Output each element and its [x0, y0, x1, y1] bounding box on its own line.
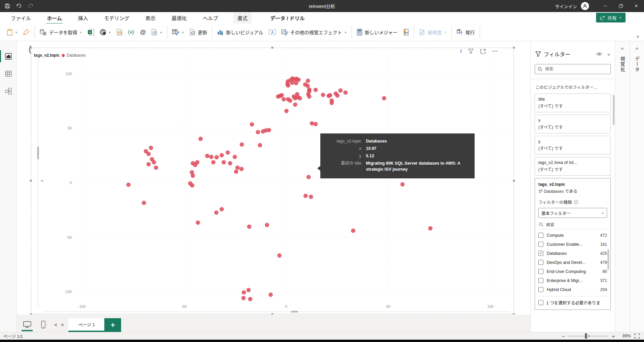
- scatter-point[interactable]: [222, 160, 226, 165]
- report-view-button[interactable]: [0, 49, 17, 64]
- filter-card[interactable]: tags_v2.Area of Int...(すべて) です: [535, 157, 611, 176]
- scatter-point[interactable]: [126, 182, 130, 187]
- scatter-point[interactable]: [225, 151, 230, 155]
- checkbox-icon[interactable]: [538, 269, 543, 274]
- scatter-point[interactable]: [258, 143, 262, 148]
- page-tab[interactable]: ページ 1: [68, 318, 104, 332]
- zoom-slider-thumb[interactable]: [585, 333, 587, 339]
- info-circle-icon[interactable]: [574, 200, 578, 204]
- scatter-point[interactable]: [228, 161, 232, 166]
- new-measure-button[interactable]: 新しいメジャー: [354, 26, 400, 38]
- ribbon-tab[interactable]: 書式: [233, 12, 252, 23]
- scatter-point[interactable]: [149, 146, 153, 150]
- ribbon-tab[interactable]: ファイル: [10, 12, 32, 23]
- model-view-button[interactable]: [0, 83, 17, 99]
- filter-value-row[interactable]: ✓Databases425: [538, 249, 607, 258]
- recent-sources-button[interactable]: ∨: [149, 26, 165, 38]
- scatter-point[interactable]: [265, 223, 269, 227]
- scatter-point[interactable]: [246, 288, 251, 292]
- scatter-point[interactable]: [195, 160, 200, 165]
- filter-card[interactable]: y(すべて) です: [535, 136, 611, 155]
- share-button[interactable]: 共有 ∨: [596, 13, 626, 22]
- scatter-point[interactable]: [247, 224, 251, 229]
- scatter-point[interactable]: [343, 90, 347, 95]
- ribbon-tab[interactable]: ヘルプ: [202, 12, 219, 23]
- checkbox-icon[interactable]: [538, 260, 543, 265]
- scatter-point[interactable]: [234, 170, 238, 174]
- scatter-point[interactable]: [220, 153, 224, 158]
- format-painter-button[interactable]: [20, 26, 32, 38]
- filter-search-input[interactable]: [545, 67, 608, 71]
- scatter-point[interactable]: [382, 96, 386, 101]
- filter-value-row[interactable]: Compute472: [538, 231, 607, 240]
- eye-icon[interactable]: [596, 52, 602, 56]
- scatter-point[interactable]: [280, 93, 284, 97]
- scatter-point[interactable]: [298, 96, 302, 101]
- scatter-point[interactable]: [152, 160, 156, 164]
- filter-funnel-icon[interactable]: [468, 49, 474, 54]
- require-selection-checkbox[interactable]: 1 つを選択する必要がありま: [538, 296, 607, 306]
- resize-handle[interactable]: [30, 180, 32, 182]
- scatter-point[interactable]: [256, 130, 260, 134]
- more-options-icon[interactable]: [492, 51, 497, 52]
- scatter-point[interactable]: [220, 207, 224, 211]
- transform-data-button[interactable]: ∨: [169, 26, 187, 38]
- scatter-point[interactable]: [233, 155, 237, 159]
- scatter-point[interactable]: [267, 128, 271, 132]
- paste-button[interactable]: ∨: [4, 26, 20, 38]
- scatter-point[interactable]: [281, 97, 286, 102]
- pane-scrollbar[interactable]: [613, 95, 614, 125]
- sign-in-link[interactable]: サインイン: [555, 3, 577, 9]
- semantic-models-button[interactable]: ∨: [97, 26, 114, 38]
- scatter-point[interactable]: [313, 122, 318, 126]
- text-box-button[interactable]: A: [266, 27, 279, 38]
- scatter-point[interactable]: [196, 220, 200, 225]
- ribbon-tab[interactable]: 最適化: [171, 12, 187, 23]
- scatter-point[interactable]: [198, 137, 203, 141]
- resize-handle[interactable]: [513, 47, 515, 49]
- filter-value-row[interactable]: DevOps and Devel...479: [538, 258, 607, 267]
- scatter-point[interactable]: [338, 88, 342, 93]
- scatter-point[interactable]: [288, 99, 292, 103]
- dataverse-button[interactable]: [125, 26, 137, 38]
- scatter-point[interactable]: [268, 293, 273, 297]
- scatter-point[interactable]: [284, 109, 288, 113]
- get-data-button[interactable]: データを取得 ∨: [37, 26, 85, 38]
- mobile-layout-button[interactable]: [38, 321, 49, 329]
- resize-handle[interactable]: [513, 180, 515, 182]
- fit-to-page-icon[interactable]: [634, 334, 640, 338]
- expand-pane-icon[interactable]: «: [621, 45, 624, 51]
- filter-value-search[interactable]: 検索: [538, 220, 607, 229]
- scatter-point[interactable]: [328, 93, 332, 98]
- new-visual-button[interactable]: 新しいビジュアル: [214, 26, 266, 38]
- ribbon-tab[interactable]: ホーム: [46, 12, 63, 23]
- zoom-in-button[interactable]: +: [612, 333, 615, 339]
- scatter-point[interactable]: [307, 94, 311, 99]
- checkbox-icon[interactable]: [538, 287, 543, 292]
- ribbon-tab[interactable]: データ / ドリル: [266, 12, 309, 23]
- filter-value-row[interactable]: End-User Computing90: [538, 267, 607, 276]
- more-visuals-button[interactable]: その他の視覚エフェクト ∨: [279, 26, 350, 38]
- filter-value-row[interactable]: Customer Enable...181: [538, 240, 607, 249]
- add-page-button[interactable]: +: [104, 318, 121, 332]
- scatter-point[interactable]: [241, 290, 246, 295]
- scatter-point[interactable]: [142, 201, 146, 205]
- scatter-point[interactable]: [306, 175, 311, 179]
- visualizations-pane-collapsed[interactable]: « 視覚化: [615, 41, 630, 332]
- checkbox-icon[interactable]: [538, 300, 543, 305]
- resize-handle[interactable]: [271, 47, 273, 49]
- restore-button[interactable]: [613, 0, 629, 12]
- scatter-point[interactable]: [211, 160, 216, 165]
- scatter-point[interactable]: [294, 81, 298, 86]
- scatter-point[interactable]: [209, 155, 214, 159]
- scatter-point[interactable]: [147, 152, 151, 156]
- scatter-point[interactable]: [239, 142, 244, 147]
- scatter-point[interactable]: [250, 122, 254, 127]
- filter-card[interactable]: x(すべて) です: [535, 115, 611, 133]
- scatter-point[interactable]: [214, 210, 218, 215]
- y-axis-zoom-slider[interactable]: [38, 51, 38, 309]
- publish-button[interactable]: 発行: [454, 26, 478, 38]
- expand-pane-icon[interactable]: «: [636, 45, 638, 51]
- excel-workbook-button[interactable]: x: [85, 26, 97, 38]
- checkbox-icon[interactable]: [538, 233, 543, 238]
